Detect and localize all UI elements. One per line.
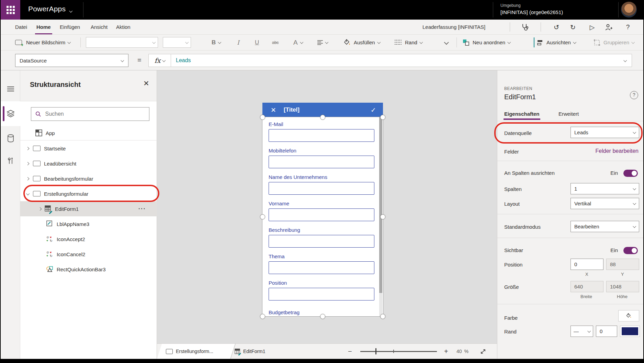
selection-handle-mid-left[interactable] <box>260 214 265 219</box>
canvas-area[interactable]: ✕ [Titel] ✓ E-Mail Mobiltelefon Name des… <box>157 70 497 343</box>
user-avatar[interactable] <box>621 2 637 18</box>
tab-eigenschaften[interactable]: Eigenschaften <box>504 111 540 117</box>
tree-view-icon[interactable] <box>1 101 20 126</box>
tree-item-leaduebersicht[interactable]: Leadübersicht <box>20 156 157 171</box>
tree-item-bearbeitungsformular[interactable]: Bearbeitungsformular <box>20 171 157 186</box>
tools-icon[interactable] <box>1 149 20 173</box>
share-person-icon[interactable] <box>604 22 613 32</box>
item-options-ellipsis[interactable]: ··· <box>138 206 146 212</box>
tree-item-rectquickactionbar3[interactable]: RectQuickActionBar3 <box>20 262 157 277</box>
window-bottom-border <box>1 359 644 363</box>
expand-chevron-icon[interactable] <box>26 162 30 165</box>
environment-label: Umgebung <box>500 3 521 8</box>
font-color-button[interactable]: A <box>293 35 303 50</box>
menu-datei[interactable]: Datei <box>14 20 29 34</box>
font-family-dropdown[interactable] <box>86 37 158 48</box>
font-size-dropdown[interactable] <box>163 37 191 48</box>
visible-toggle[interactable] <box>623 247 638 254</box>
border-color-swatch[interactable] <box>620 326 640 337</box>
edit-fields-link[interactable]: Felder bearbeiten <box>596 148 639 154</box>
zoom-slider-center-tick <box>393 350 394 353</box>
waffle-menu-button[interactable] <box>1 0 20 20</box>
reorder-button[interactable]: Neu anordnen <box>463 35 510 50</box>
search-input[interactable] <box>44 111 145 117</box>
tree-item-iconaccept2[interactable]: ⊘♥+↻ IconAccept2 <box>20 231 157 247</box>
menu-home[interactable]: Home <box>35 20 52 34</box>
selection-handle-top-center[interactable] <box>320 115 325 120</box>
menu-ansicht[interactable]: Ansicht <box>89 20 109 34</box>
environment-value[interactable]: [INFINITAS] (orge0e62651) <box>500 9 563 15</box>
x-axis-label: X <box>585 272 588 277</box>
annotation-circle-datenquelle <box>494 122 643 144</box>
default-mode-dropdown[interactable]: Bearbeiten <box>570 221 639 232</box>
selection-handle-top-right[interactable] <box>380 115 385 120</box>
form-field-input <box>269 182 374 195</box>
selection-handle-bottom-left[interactable] <box>260 314 265 319</box>
app-name-chevron-icon[interactable] <box>69 8 72 14</box>
columns-dropdown[interactable]: 1 <box>570 183 639 194</box>
layout-dropdown[interactable]: Vertikal <box>570 198 639 209</box>
form-field-input <box>269 288 374 300</box>
selection-handle-mid-right[interactable] <box>380 214 385 219</box>
zoom-in-button[interactable]: + <box>444 344 448 359</box>
play-preview-icon[interactable]: ▷ <box>587 22 597 32</box>
color-picker-button[interactable] <box>618 310 639 321</box>
property-selector[interactable]: DataSource <box>15 54 128 67</box>
expand-chevron-icon[interactable] <box>26 177 30 180</box>
data-sources-icon[interactable] <box>1 126 20 151</box>
menu-einfuegen[interactable]: Einfügen <box>58 20 81 34</box>
position-x-input[interactable]: 0 <box>570 259 603 270</box>
text-align-button[interactable] <box>317 35 328 50</box>
breadcrumb-screen[interactable]: Erstellungsform... <box>166 344 213 359</box>
undo-icon[interactable]: ↺ <box>552 22 561 32</box>
panel-help-icon[interactable]: ? <box>630 91 638 99</box>
redo-icon[interactable]: ↻ <box>568 22 578 32</box>
tree-item-app[interactable]: App <box>20 125 157 140</box>
tree-item-startseite[interactable]: Startseite <box>20 141 157 156</box>
tree-item-lblappname3[interactable]: LblAppName3 <box>20 216 157 231</box>
zoom-slider-thumb[interactable] <box>375 348 376 354</box>
form-field-input <box>269 208 374 221</box>
border-style-dropdown[interactable]: — <box>570 326 593 337</box>
formula-input[interactable]: Leads <box>171 54 632 67</box>
app-checker-icon[interactable] <box>520 22 530 32</box>
expand-chevron-icon[interactable] <box>26 147 30 150</box>
breadcrumb-control[interactable]: EditForm1 <box>235 344 265 359</box>
tree-search[interactable] <box>31 107 149 121</box>
help-icon[interactable]: ? <box>623 22 633 32</box>
selection-handle-bottom-center[interactable] <box>320 314 325 319</box>
snap-toggle[interactable] <box>623 170 638 177</box>
zoom-slider-track[interactable] <box>360 351 437 352</box>
selection-handle-top-left[interactable] <box>260 115 265 120</box>
border-width-input[interactable]: 0 <box>596 326 617 337</box>
italic-button[interactable]: I <box>237 35 239 50</box>
form-title: [Titel] <box>284 106 300 113</box>
form-field-input <box>269 235 374 248</box>
underline-button[interactable]: U <box>255 35 259 50</box>
menu-aktion[interactable]: Aktion <box>115 20 132 34</box>
strikethrough-button[interactable]: abc <box>272 35 279 50</box>
tree-item-editform1[interactable]: EditForm1 ··· <box>20 201 157 216</box>
paint-bucket-icon <box>343 39 351 46</box>
tree-item-iconcancel2[interactable]: ⊘♥+↻ IconCancel2 <box>20 247 157 262</box>
new-screen-button[interactable]: + Neuer Bildschirm <box>15 35 70 50</box>
menu-bar: Datei Home Einfügen Ansicht Aktion Leade… <box>1 20 644 35</box>
screen-icon <box>166 349 173 354</box>
zoom-out-button[interactable]: − <box>348 344 352 359</box>
align-button[interactable]: Ausrichten <box>537 35 576 50</box>
border-button[interactable]: Rand <box>394 35 422 50</box>
fx-button[interactable]: fx <box>148 54 171 67</box>
expand-chevron-icon[interactable] <box>38 207 42 211</box>
edit-form-control[interactable]: E-Mail Mobiltelefon Name des Unternehmen… <box>262 117 383 316</box>
selection-handle-bottom-right[interactable] <box>380 314 385 319</box>
bold-button[interactable]: B <box>212 35 221 50</box>
close-panel-icon[interactable]: ✕ <box>143 79 149 88</box>
hamburger-menu-icon[interactable] <box>1 77 20 101</box>
tab-erweitert[interactable]: Erweitert <box>558 111 579 117</box>
scrollbar-thumb[interactable] <box>379 117 382 293</box>
fit-to-window-icon[interactable] <box>480 344 486 359</box>
equals-sign: = <box>137 56 142 64</box>
ribbon-expand-chevron[interactable] <box>442 35 448 50</box>
structure-panel: Strukturansicht ✕ App Startseite Leadübe… <box>20 70 157 359</box>
fill-button[interactable]: Ausfüllen <box>343 35 380 50</box>
